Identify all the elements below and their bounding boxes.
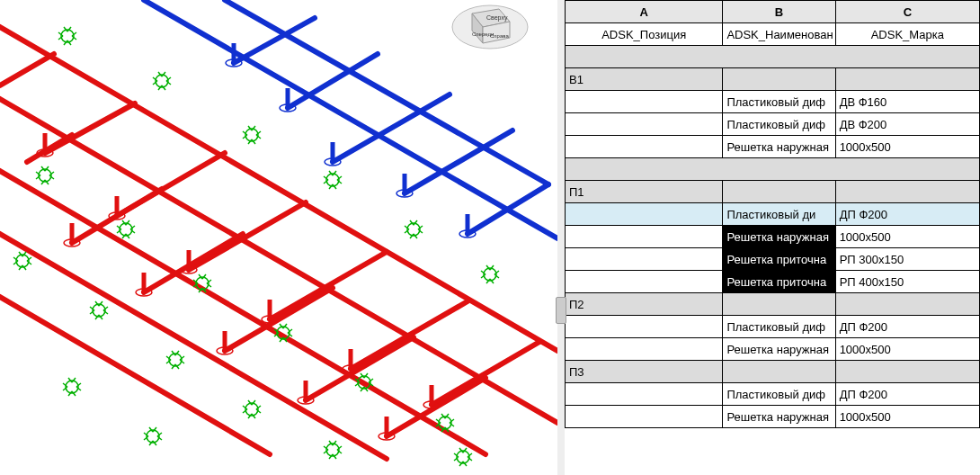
svg-text:Сверху: Сверху [486, 14, 508, 22]
table-row[interactable]: Пластиковый диДП Ф200 [566, 203, 980, 226]
cell-C[interactable] [835, 293, 979, 316]
table-row[interactable]: Решетка наружная1000х500 [566, 226, 980, 248]
table-row[interactable]: Пластиковый дифДВ Ф160 [566, 91, 980, 113]
blank-row[interactable] [566, 46, 980, 68]
table-row[interactable]: Пластиковый дифДП Ф200 [566, 383, 980, 406]
cell-A[interactable] [566, 271, 723, 293]
group-row[interactable]: П2 [566, 293, 980, 316]
cell-A[interactable] [566, 406, 723, 428]
group-row[interactable]: П1 [566, 181, 980, 203]
cell-A[interactable] [566, 136, 723, 158]
cell-B[interactable]: Пластиковый диф [723, 91, 835, 113]
column-letter-row: A B C [566, 1, 980, 23]
viewport-3d[interactable]: Сверху Спереди Справа [0, 0, 557, 475]
cell-B[interactable]: Пластиковый ди [723, 203, 835, 226]
column-header-row: ADSK_Позиция ADSK_Наименован ADSK_Марка [566, 23, 980, 46]
cell-C[interactable] [835, 361, 979, 383]
cell-C[interactable] [835, 68, 979, 91]
cell-C[interactable]: ДВ Ф160 [835, 91, 979, 113]
cell-C[interactable]: 1000х500 [835, 226, 979, 248]
cell-C[interactable]: РП 300х150 [835, 248, 979, 271]
cell-B[interactable]: Решетка наружная [723, 338, 835, 361]
cell-A[interactable] [566, 316, 723, 338]
table-row[interactable]: Решетка приточнаРП 300х150 [566, 248, 980, 271]
header-C[interactable]: ADSK_Марка [835, 23, 979, 46]
cell-A[interactable] [566, 226, 723, 248]
splitter-handle[interactable] [556, 297, 566, 324]
col-letter-C[interactable]: C [835, 1, 979, 23]
blank-cell [566, 46, 980, 68]
cell-A[interactable]: П1 [566, 181, 723, 203]
svg-text:Справа: Справа [490, 33, 509, 39]
table-row[interactable]: Пластиковый дифДВ Ф200 [566, 113, 980, 136]
group-row[interactable]: П3 [566, 361, 980, 383]
cell-B[interactable]: Пластиковый диф [723, 316, 835, 338]
table-row[interactable]: Решетка приточнаРП 400х150 [566, 271, 980, 293]
cell-B[interactable] [723, 68, 835, 91]
cell-C[interactable]: ДП Ф200 [835, 316, 979, 338]
table-row[interactable]: Решетка наружная1000х500 [566, 338, 980, 361]
header-B[interactable]: ADSK_Наименован [723, 23, 835, 46]
cell-A[interactable] [566, 248, 723, 271]
blank-cell [566, 158, 980, 181]
col-letter-A[interactable]: A [566, 1, 723, 23]
cell-B[interactable]: Решетка приточна [723, 248, 835, 271]
cell-B[interactable]: Решетка наружная [723, 406, 835, 428]
cell-B[interactable] [723, 181, 835, 203]
cell-C[interactable]: 1000х500 [835, 338, 979, 361]
cell-A[interactable] [566, 203, 723, 226]
blank-row[interactable] [566, 158, 980, 181]
cell-C[interactable]: ДВ Ф200 [835, 113, 979, 136]
schedule-table[interactable]: A B C ADSK_Позиция ADSK_Наименован ADSK_… [565, 0, 980, 428]
cell-B[interactable]: Решетка приточна [723, 271, 835, 293]
pane-splitter[interactable] [557, 0, 565, 475]
group-row[interactable]: В1 [566, 68, 980, 91]
header-A[interactable]: ADSK_Позиция [566, 23, 723, 46]
cell-A[interactable]: П3 [566, 361, 723, 383]
cell-B[interactable] [723, 293, 835, 316]
cell-A[interactable] [566, 338, 723, 361]
cell-B[interactable]: Пластиковый диф [723, 383, 835, 406]
isometric-piping [0, 0, 557, 475]
cell-A[interactable] [566, 113, 723, 136]
col-letter-B[interactable]: B [723, 1, 835, 23]
viewcube[interactable]: Сверху Спереди Справа [445, 0, 535, 54]
cell-A[interactable]: В1 [566, 68, 723, 91]
table-row[interactable]: Решетка наружная1000х500 [566, 406, 980, 428]
table-row[interactable]: Решетка наружная1000х500 [566, 136, 980, 158]
cell-B[interactable] [723, 361, 835, 383]
cell-C[interactable]: РП 400х150 [835, 271, 979, 293]
cell-C[interactable]: ДП Ф200 [835, 203, 979, 226]
table-row[interactable]: Пластиковый дифДП Ф200 [566, 316, 980, 338]
cell-C[interactable]: ДП Ф200 [835, 383, 979, 406]
cell-A[interactable] [566, 383, 723, 406]
cell-C[interactable]: 1000х500 [835, 406, 979, 428]
schedule-table-pane[interactable]: A B C ADSK_Позиция ADSK_Наименован ADSK_… [565, 0, 980, 475]
cell-B[interactable]: Пластиковый диф [723, 113, 835, 136]
cell-B[interactable]: Решетка наружная [723, 136, 835, 158]
cell-A[interactable] [566, 91, 723, 113]
cell-C[interactable] [835, 181, 979, 203]
table-body: В1Пластиковый дифДВ Ф160Пластиковый дифД… [566, 46, 980, 428]
cell-B[interactable]: Решетка наружная [723, 226, 835, 248]
cell-A[interactable]: П2 [566, 293, 723, 316]
cell-C[interactable]: 1000х500 [835, 136, 979, 158]
